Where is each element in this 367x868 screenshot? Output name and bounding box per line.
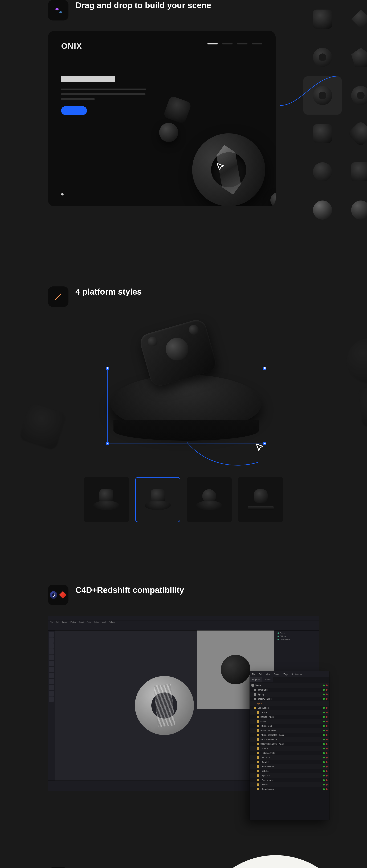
tree-row[interactable]: 18 swirl — [250, 782, 329, 787]
section-platform-styles: 4 platform styles — [48, 286, 319, 522]
mock-nav — [207, 43, 262, 44]
platform-styles-icon — [48, 286, 68, 307]
drag-drop-icon — [48, 0, 68, 21]
section-title: C4D+Redshift compatibility — [76, 585, 184, 595]
tree-row[interactable]: 7 Star / separated / glass — [250, 733, 329, 737]
platform-thumbs — [48, 477, 319, 522]
asset-thumb[interactable] — [303, 191, 342, 229]
high-res-icon — [48, 867, 68, 868]
tree-row[interactable]: CubeSphere — [250, 706, 329, 710]
asset-thumb[interactable] — [303, 115, 342, 153]
tree-row[interactable]: Setup — [250, 683, 329, 688]
asset-thumb[interactable] — [342, 191, 367, 229]
tree-row[interactable]: 15 Spike — [250, 769, 329, 773]
platform-thumb[interactable] — [84, 477, 129, 522]
tab-objects[interactable]: Objects — [250, 677, 262, 682]
section-title: High resolution — [76, 867, 137, 868]
tree-row[interactable]: 13 switch — [250, 760, 329, 764]
tree-row[interactable]: 5 Star / separated — [250, 728, 329, 733]
tree-row[interactable]: 3 Cube / Angel — [250, 715, 329, 719]
object-tree[interactable]: Setupcamera riglight rigshadow catcher——… — [250, 682, 329, 793]
platform-thumb-selected[interactable] — [135, 477, 180, 522]
mock-cta-button — [61, 106, 87, 115]
tree-row[interactable]: 9 Console buttons / Angle — [250, 742, 329, 746]
section-title: 4 platform styles — [76, 286, 142, 297]
asset-thumb[interactable] — [303, 38, 342, 76]
asset-thumb-selected[interactable] — [303, 76, 342, 115]
section-drag-drop: Drag and drop to build your scene ONIX — [48, 0, 319, 229]
tree-row[interactable]: camera rig — [250, 688, 329, 692]
objects-panel[interactable]: FileEditViewObjectTagsBookmarks Objects … — [250, 671, 330, 820]
asset-thumb[interactable] — [342, 115, 367, 153]
tree-row[interactable]: 1 Cube — [250, 710, 329, 715]
selection-box[interactable] — [107, 368, 265, 444]
tree-row[interactable]: 19 swirl curved — [250, 787, 329, 792]
section-high-resolution: High resolution — [48, 867, 319, 868]
tree-row[interactable]: 14 Arrow cone — [250, 764, 329, 769]
tree-row[interactable]: 11 Stick / Angle — [250, 751, 329, 755]
platform-thumb[interactable] — [238, 477, 283, 522]
asset-thumb[interactable] — [342, 76, 367, 115]
tree-row[interactable]: 17 pie quarter — [250, 778, 329, 782]
high-res-preview — [197, 855, 354, 868]
asset-thumb[interactable] — [342, 153, 367, 191]
c4d-logo-icon — [50, 591, 57, 599]
cursor-icon — [255, 442, 264, 452]
asset-thumb[interactable] — [303, 0, 342, 38]
asset-grid — [303, 0, 367, 229]
platform-render — [83, 317, 284, 453]
panel-menu: FileEditViewObjectTagsBookmarks — [250, 671, 329, 677]
tree-row[interactable]: 12 Crystal — [250, 755, 329, 760]
redshift-logo-icon — [59, 591, 67, 599]
section-c4d-compat: C4D+Redshift compatibility FileEditCreat… — [48, 585, 319, 791]
asset-thumb[interactable] — [303, 153, 342, 191]
tree-row[interactable]: 4 Star — [250, 719, 329, 724]
tree-row[interactable]: shadow catcher — [250, 696, 329, 701]
mockup-browser: ONIX — [48, 31, 276, 206]
tree-row[interactable]: 4 Star / Mod — [250, 724, 329, 728]
tree-row[interactable]: light rig — [250, 692, 329, 696]
asset-thumb[interactable] — [342, 38, 367, 76]
c4d-redshift-icon — [48, 585, 68, 605]
asset-thumb[interactable] — [342, 0, 367, 38]
tree-row[interactable]: 16 pie half — [250, 773, 329, 778]
svg-point-0 — [59, 11, 62, 13]
section-title: Drag and drop to build your scene — [76, 0, 211, 11]
tree-row[interactable]: 8 Console buttons — [250, 737, 329, 742]
platform-thumb[interactable] — [187, 477, 232, 522]
tab-takes[interactable]: Takes — [262, 677, 273, 682]
cursor-icon — [216, 162, 225, 172]
tree-row[interactable]: —— Objects —— — [250, 701, 329, 706]
tree-row[interactable]: 10 Stick — [250, 746, 329, 751]
